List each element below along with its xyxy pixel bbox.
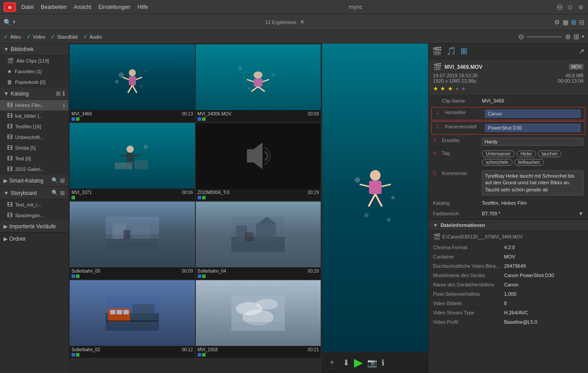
filter-standbild[interactable]: ✓ Standbild [51,33,78,40]
sidebar-section-importierte[interactable]: ▶ Importierte Verläufe [0,221,68,233]
win-maximize[interactable]: ⊙ [567,4,574,11]
tag-tauchen[interactable]: tauchen [538,151,562,157]
farbbereich-dropdown[interactable]: ▼ [578,210,584,217]
grid-dropdown-arrow[interactable]: ▾ [582,34,584,40]
menu-ansicht[interactable]: Ansicht [74,4,91,10]
thumb-mvi-3469[interactable]: MVI_3469 00:13 [70,44,195,122]
sidebar-ordner[interactable]: ▶ Ordner [0,233,68,245]
smart-katalog-search-icon[interactable]: 🔍 [52,177,58,184]
grid-view-btn[interactable]: ⊞ [573,32,579,41]
storyboard-item-spaziergang[interactable]: 🎞 Spaziergan... [0,210,68,221]
svg-rect-3 [129,76,136,85]
file-duration: 00:00:13:04 [558,78,584,83]
star-3[interactable]: ★ [448,85,453,92]
clear-results-icon[interactable]: ✕ [300,19,305,25]
video-preview-icon[interactable]: 🎬 [432,46,442,56]
svg-rect-27 [115,163,132,169]
tag-schnocheln[interactable]: schnocheln [482,159,513,166]
chroma-label: Chroma-Format [433,245,504,250]
filter-alles[interactable]: ✓ Alles [4,33,21,40]
svg-point-19 [272,74,275,76]
svg-line-60 [360,184,369,186]
menu-hilfe[interactable]: Hilfe [137,4,148,10]
sidebar-section-bibliothek[interactable]: ▼ Bibliothek [0,44,68,56]
datei-info-header[interactable]: ▼ Dateiinformationen [429,219,588,231]
kameramodell-value[interactable]: PowerShot D30 [485,124,580,132]
zoom-slider[interactable] [527,36,562,38]
thumb-zoom0004[interactable]: ZOOM0004_Tr3 00:29 [196,123,321,201]
sidebar-item-kat-bilder[interactable]: 🎞 kat_bilder [.. [0,111,68,121]
sidebar-item-testfilm[interactable]: 🎞 Testfilm [16] [0,121,68,132]
sidebar-section-katalog[interactable]: ▼ Katalog ⊞ ℹ [0,87,68,100]
audio-preview-icon[interactable]: 🎵 [446,46,456,56]
add-to-storyboard-icon[interactable]: + [330,358,334,366]
sidebar-section-smart-katalog[interactable]: ▶ Smart-Katalog 🔍 ⊞ [0,175,68,187]
star-5[interactable]: ★ [461,86,466,92]
katalog-add-icon[interactable]: ⊞ [56,90,61,97]
thumb-sollerbahn-04[interactable]: Sollerbahn_04 00:20 [196,202,321,279]
view-detail-icon[interactable]: ⊟ [579,19,584,26]
info-detail-icon[interactable]: ⊞ [461,46,467,56]
thumb-mvi-34006[interactable]: MVI_34006.MOV 00:08 [196,44,321,122]
star-2[interactable]: ★ [440,85,446,92]
sidebar-item-2015-galerie[interactable]: 🎞 2015 Galeri... [0,164,68,175]
info-row-clip-name: Clip-Name MVI_3469 [429,96,588,106]
thumb-mvi-1918[interactable]: MVI_1918 00:21 [196,280,321,358]
info-btn[interactable]: ℹ [381,358,385,368]
tag-tieftauchen[interactable]: tieftauchen [514,159,544,166]
katalog-info-icon[interactable]: ℹ [63,90,65,97]
sidebar-item-alle-clips[interactable]: 🎬 Alle Clips [119] [0,56,68,66]
win-close[interactable]: ⊗ [577,4,584,11]
storyboard-search-icon[interactable]: 🔍 [52,190,58,196]
window-controls: ⊖ ⊙ ⊗ [556,4,584,11]
stream-type-value: H.264/AVC [504,310,528,315]
play-button[interactable]: ▶ [354,356,363,369]
svg-line-16 [247,79,254,82]
heikes-film-info-icon[interactable]: ℹ [63,103,65,108]
info-row-katalog: Katalog Testfilm, Heikes Film [429,198,588,208]
export-icon[interactable]: ↗ [579,47,584,56]
win-minimize[interactable]: ⊖ [556,4,563,11]
menu-einstellungen[interactable]: Einstellungen [98,4,130,10]
thumb-mvi-3371[interactable]: MVI_3371 00:06 [70,123,195,201]
smart-katalog-add-icon[interactable]: ⊞ [60,177,65,184]
sidebar-item-test[interactable]: 🎞 Test [0] [0,153,68,164]
tag-unterwasser[interactable]: Unterwasser [482,151,515,157]
svg-point-2 [129,69,136,76]
snapshot-icon[interactable]: 📷 [367,358,377,368]
settings-icon[interactable]: ⚙ [554,19,560,26]
thumb-img-1 [70,44,195,110]
thumb-sollerbahn-02[interactable]: Sollerbahn_02 00:12 [70,280,195,358]
storyboard-item-test[interactable]: 🎞 Test_mit_i... [0,199,68,210]
star-4[interactable]: ★ [455,86,460,92]
view-grid-icon[interactable]: ⊞ [571,19,576,26]
menu-bearbeiten[interactable]: Bearbeiten [41,4,67,10]
filter-audio[interactable]: ✓ Audio [83,33,102,40]
tag-heike[interactable]: Heike [516,151,536,157]
sidebar-item-simba[interactable]: 🎞 Simba [5] [0,143,68,153]
sidebar-section-storyboard[interactable]: ▼ Storyboard 🔍 ⊞ [0,187,68,199]
sidebar-item-heikes-film[interactable]: 🎞 Heikes Film... ℹ [0,100,68,111]
tags-container: Unterwasser Heike tauchen schnocheln tie… [482,151,584,166]
filter-video[interactable]: ✓ Video [26,33,45,40]
sidebar-item-unbeschrift[interactable]: 🎞 Unbeschrift... [0,132,68,143]
download-icon[interactable]: ⬇ [343,358,350,368]
zoom-plus-btn[interactable]: ⊕ [565,32,571,41]
thumb-title-3: MVI_3371 00:06 [70,189,195,195]
zoom-minus-btn[interactable]: ⊖ [518,32,524,41]
search-dropdown-arrow[interactable]: ▾ [13,19,16,25]
hersteller-value[interactable]: Canon [485,110,580,118]
kommentar-value[interactable]: Tyrellbay Heike taucht mit Schnorchel bi… [482,171,584,195]
chroma-value: 4:2:0 [504,245,515,250]
storyboard-add-icon[interactable]: ⊞ [60,190,65,196]
thumb-sollerbahn-05[interactable]: Sollerbahn_05 00:09 [70,202,195,279]
sidebar-item-favoriten[interactable]: ★ Favoriten [1] [0,66,68,77]
sidebar-item-papierkorb[interactable]: 🗑 Papierkorb [0] [0,77,68,87]
view-list-icon[interactable]: ▦ [563,19,568,26]
svg-rect-57 [369,181,381,194]
menu-datei[interactable]: Datei [21,4,34,10]
ersteller-value[interactable]: Hardy [482,138,584,146]
tag-label: Tag [442,151,482,156]
star-1[interactable]: ★ [433,85,439,92]
smart-katalog-icons: 🔍 ⊞ [52,177,65,184]
